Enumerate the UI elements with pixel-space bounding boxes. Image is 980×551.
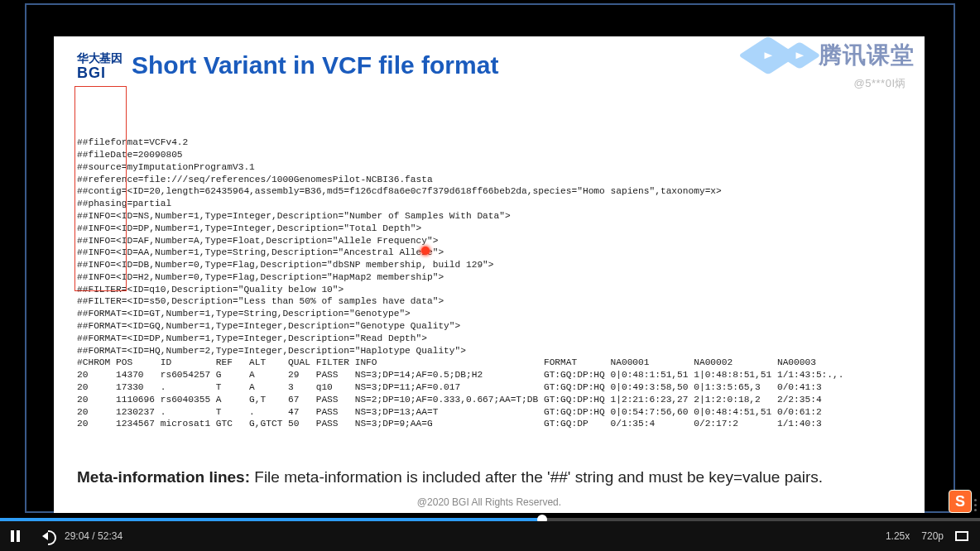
slide-content: 腾讯课堂 @5***0I炳 华大基因 BGI Short Variant in … — [54, 36, 925, 513]
tencent-watermark: 腾讯课堂 — [751, 38, 915, 73]
vcf-code-block: ##fileformat=VCFv4.2 ##fileDate=20090805… — [77, 88, 901, 454]
slide-title: Short Variant in VCF file format — [132, 51, 498, 79]
pause-button[interactable] — [0, 521, 30, 551]
volume-icon — [42, 532, 48, 540]
slide-note: Meta-information lines: File meta-inform… — [77, 467, 901, 488]
player-right-controls: 1.25x 720p — [886, 521, 980, 551]
ime-badge[interactable]: S — [949, 490, 972, 513]
tencent-brand-text: 腾讯课堂 — [819, 40, 915, 71]
time-display: 29:04 / 52:34 — [65, 530, 122, 542]
playback-speed[interactable]: 1.25x — [886, 530, 910, 542]
note-text: File meta-information is included after … — [250, 468, 823, 486]
tencent-cube-icon-small — [778, 41, 820, 69]
current-time: 29:04 — [65, 530, 89, 542]
time-separator: / — [89, 530, 98, 542]
slide-footer: @2020 BGI All Rights Reserved. — [54, 496, 925, 508]
video-quality[interactable]: 720p — [921, 530, 944, 542]
note-bold: Meta-information lines: — [77, 468, 250, 486]
player-bar: 29:04 / 52:34 1.25x 720p — [0, 521, 980, 551]
fullscreen-button[interactable] — [955, 521, 968, 551]
bgi-logo-en: BGI — [77, 66, 106, 79]
volume-button[interactable] — [30, 521, 60, 551]
total-time: 52:34 — [98, 530, 122, 542]
bgi-logo: 华大基因 BGI — [77, 51, 122, 79]
fullscreen-icon — [955, 531, 968, 541]
pause-icon — [11, 530, 20, 542]
side-menu-icon[interactable] — [974, 499, 977, 511]
